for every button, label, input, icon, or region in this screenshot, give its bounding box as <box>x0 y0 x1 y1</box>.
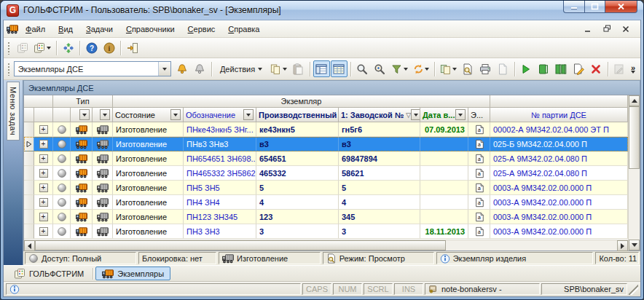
table-row[interactable]: + Изготовление ПН5 ЗН5 5 5 0003-А 9М342.… <box>24 181 628 195</box>
actions-button[interactable]: Действия <box>215 61 267 77</box>
table-row[interactable]: + Изготовление ПН3 ЗН3 3 3 18.11.2013 00… <box>24 224 628 239</box>
toolbar-grip[interactable] <box>7 42 11 55</box>
table-row-selected[interactable]: + Изготовление ПНв3 ЗНв3 в3 в3 025-Б 9М3… <box>24 137 628 151</box>
document-a-icon[interactable] <box>468 122 490 137</box>
vertical-scroll-thumb[interactable] <box>629 106 640 169</box>
scroll-track[interactable] <box>629 169 640 240</box>
header-batch[interactable]: № партии ДСЕ <box>490 108 628 122</box>
band-instance[interactable]: Экземпляр <box>113 95 490 108</box>
cell-state[interactable]: Изготовление <box>113 151 184 166</box>
task-menu-tab[interactable]: Меню задач <box>7 82 20 141</box>
filter-dropdown-button[interactable] <box>170 109 181 120</box>
cell-designation[interactable]: ПНке43нкн5 ЗНг... <box>184 122 256 137</box>
document-a-icon[interactable] <box>468 181 490 195</box>
cell-state[interactable]: Изготовление <box>113 210 184 224</box>
cell-batch[interactable]: 0003-А 9М342.02.00.000 П <box>490 195 628 210</box>
cell-batch[interactable]: 0003-А 9М342.02.00.000 П <box>490 181 628 195</box>
cell-factory-no[interactable]: 5 <box>339 181 420 195</box>
cell-production-no[interactable]: в3 <box>256 137 339 151</box>
table-row[interactable]: + Изготовление ПН654651 ЗН698... 654651 … <box>24 151 628 166</box>
menu-file[interactable]: Файл <box>20 23 51 36</box>
cell-date[interactable] <box>420 137 468 151</box>
filter-button[interactable] <box>389 60 410 77</box>
new-card-button[interactable] <box>31 39 53 56</box>
close-button[interactable] <box>605 1 637 13</box>
scroll-down-button[interactable] <box>629 240 640 250</box>
plus-icon[interactable]: + <box>39 125 48 134</box>
plus-icon[interactable]: + <box>39 198 48 207</box>
filter-dropdown-button[interactable] <box>455 109 466 120</box>
copy-button[interactable] <box>268 60 289 77</box>
document-a-icon[interactable] <box>468 210 490 224</box>
row-expand-button[interactable]: + <box>34 224 53 239</box>
mdi-close-button[interactable] <box>619 23 633 35</box>
cell-state[interactable]: Изготовление <box>113 224 184 239</box>
cell-production-no[interactable]: 654651 <box>256 151 339 166</box>
horizontal-scrollbar[interactable] <box>24 240 628 250</box>
scroll-track[interactable] <box>446 240 617 250</box>
search-button[interactable] <box>354 60 371 77</box>
cell-date[interactable] <box>420 181 468 195</box>
open-books-button[interactable] <box>553 60 570 77</box>
refresh-button[interactable] <box>411 60 432 77</box>
maximize-button[interactable] <box>584 1 605 13</box>
sync-button[interactable] <box>60 39 76 56</box>
row-expand-button[interactable]: + <box>34 166 53 181</box>
cell-factory-no[interactable]: 4 <box>339 195 420 210</box>
plus-icon[interactable]: + <box>39 183 48 192</box>
header-production-no[interactable]: Производственный № <box>256 108 339 122</box>
paste-special-button[interactable] <box>438 60 459 77</box>
print-button[interactable] <box>477 60 494 77</box>
cell-factory-no[interactable]: 58621 <box>339 166 420 181</box>
filter-dropdown-button[interactable] <box>243 109 254 120</box>
notify-button[interactable] <box>174 60 191 77</box>
cell-date[interactable]: 18.11.2013 <box>420 224 468 239</box>
find-next-button[interactable] <box>372 60 388 77</box>
tab-instances[interactable]: Экземпляры <box>95 267 170 280</box>
plus-icon[interactable]: + <box>39 227 48 236</box>
row-expand-button[interactable]: + <box>34 210 53 224</box>
row-expand-button[interactable]: + <box>34 151 53 166</box>
cell-date[interactable] <box>420 210 468 224</box>
row-expand-button[interactable]: + <box>34 122 53 137</box>
minimize-button[interactable] <box>563 1 584 13</box>
cell-designation[interactable]: ПН5 ЗН5 <box>184 181 256 195</box>
plus-icon[interactable]: + <box>39 169 48 178</box>
table-row[interactable]: + Изготовление ПН465332 ЗН58621 465332 5… <box>24 166 628 181</box>
new-document-button[interactable] <box>495 60 511 77</box>
exit-button[interactable] <box>124 39 141 56</box>
table-row[interactable]: + Изготовление ПН4 ЗН4 4 4 0003-А 9М342.… <box>24 195 628 210</box>
plus-icon[interactable]: + <box>39 140 48 149</box>
view-details-button[interactable] <box>313 60 330 77</box>
cell-production-no[interactable]: ке43нкн5 <box>256 122 339 137</box>
menu-view[interactable]: Вид <box>52 23 79 36</box>
combo-dropdown-button[interactable] <box>158 62 170 76</box>
edit-record-button[interactable] <box>570 60 587 77</box>
mdi-restore-button[interactable] <box>600 23 614 35</box>
subscribe-button[interactable] <box>192 60 208 77</box>
help-button[interactable] <box>83 39 100 56</box>
cell-production-no[interactable]: 465332 <box>256 166 339 181</box>
cell-state[interactable]: Изготовление <box>113 181 184 195</box>
cell-production-no[interactable]: 3 <box>256 224 339 239</box>
scroll-up-button[interactable] <box>629 95 640 106</box>
header-designation[interactable]: Обозначение <box>184 108 256 122</box>
filter-dropdown-button[interactable] <box>100 109 110 120</box>
header-date[interactable]: Дата в... <box>420 108 468 122</box>
menu-service[interactable]: Сервис <box>182 23 221 36</box>
cell-production-no[interactable]: 123 <box>256 210 339 224</box>
menu-tasks[interactable]: Задачи <box>80 23 119 36</box>
cell-factory-no[interactable]: в3 <box>339 137 420 151</box>
open-book-button[interactable] <box>535 60 552 77</box>
row-expand-button[interactable]: + <box>34 181 53 195</box>
cell-factory-no[interactable]: 345 <box>339 210 420 224</box>
paste-button[interactable] <box>290 60 307 77</box>
document-a-icon[interactable] <box>468 195 490 210</box>
horizontal-scroll-thumb[interactable] <box>35 240 446 250</box>
cell-designation[interactable]: ПНв3 ЗНв3 <box>184 137 256 151</box>
about-button[interactable] <box>101 39 117 56</box>
cell-factory-no[interactable]: 69847894 <box>339 151 420 166</box>
title-bar[interactable]: G ГОЛЬФСТРИМ - Пользователь: SPB\bonaker… <box>1 1 643 20</box>
document-a-icon[interactable] <box>468 224 490 239</box>
header-doc[interactable]: Э... <box>468 108 490 122</box>
